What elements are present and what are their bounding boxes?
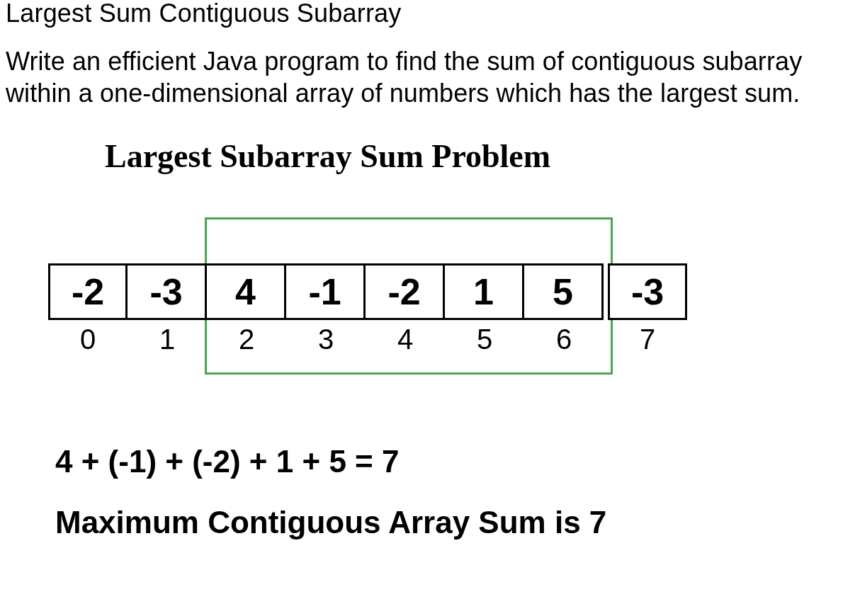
array-cell: -3 bbox=[608, 263, 687, 320]
array-diagram: -2 -3 4 -1 -2 1 5 -3 0 1 2 3 4 5 6 7 bbox=[48, 217, 812, 387]
document-page: Largest Sum Contiguous Subarray Write an… bbox=[0, 0, 860, 540]
result-text: Maximum Contiguous Array Sum is 7 bbox=[55, 505, 812, 540]
array-cell: 4 bbox=[207, 263, 286, 320]
array-cell: -2 bbox=[366, 263, 445, 320]
page-title: Largest Sum Contiguous Subarray bbox=[6, 0, 854, 28]
array-cell: -3 bbox=[128, 263, 207, 320]
index-row: 0 1 2 3 4 5 6 7 bbox=[48, 324, 687, 355]
index-label: 3 bbox=[286, 324, 366, 355]
index-label: 7 bbox=[608, 324, 687, 355]
problem-prompt: Write an efficient Java program to find … bbox=[6, 45, 854, 109]
sum-equation: 4 + (-1) + (-2) + 1 + 5 = 7 bbox=[55, 444, 812, 479]
array-cell: -1 bbox=[286, 263, 366, 320]
array-row: -2 -3 4 -1 -2 1 5 -3 bbox=[48, 263, 687, 320]
index-label: 0 bbox=[48, 324, 128, 355]
index-label: 5 bbox=[445, 324, 524, 355]
figure-heading: Largest Subarray Sum Problem bbox=[105, 137, 812, 175]
figure: Largest Subarray Sum Problem -2 -3 4 -1 … bbox=[48, 137, 812, 540]
index-label: 1 bbox=[128, 324, 207, 355]
array-cell: -2 bbox=[48, 263, 128, 320]
array-cell: 1 bbox=[445, 263, 524, 320]
index-label: 4 bbox=[366, 324, 445, 355]
index-label: 2 bbox=[207, 324, 286, 355]
array-cell: 5 bbox=[524, 263, 604, 320]
index-label: 6 bbox=[524, 324, 604, 355]
